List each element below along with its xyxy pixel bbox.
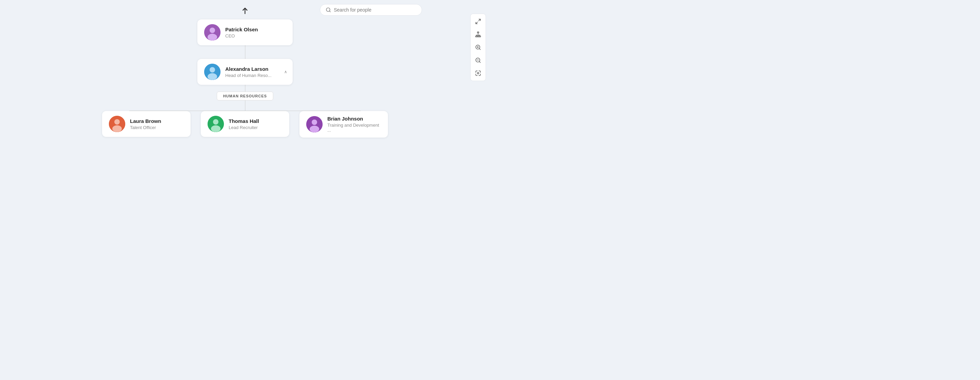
avatar-image-ceo bbox=[204, 24, 221, 40]
navigate-up-arrow[interactable] bbox=[242, 7, 248, 17]
person-name-ceo: Patrick Olsen bbox=[225, 27, 286, 32]
person-card-laura[interactable]: Laura Brown Talent Officer bbox=[102, 111, 191, 137]
svg-point-24 bbox=[208, 34, 217, 40]
connector-mid-to-dept bbox=[245, 85, 245, 92]
svg-point-35 bbox=[312, 120, 317, 125]
person-card-thomas[interactable]: Thomas Hall Lead Recruiter bbox=[201, 111, 289, 137]
svg-point-30 bbox=[112, 125, 122, 132]
child-col-thomas: Thomas Hall Lead Recruiter bbox=[201, 111, 289, 137]
avatar-mid bbox=[204, 64, 221, 80]
avatar-laura bbox=[109, 116, 125, 132]
person-role-brian: Training and Development ... bbox=[327, 123, 381, 133]
children-row: Laura Brown Talent Officer bbox=[102, 111, 388, 137]
svg-point-29 bbox=[115, 119, 120, 125]
person-name-laura: Laura Brown bbox=[130, 118, 184, 124]
person-info-laura: Laura Brown Talent Officer bbox=[130, 118, 184, 130]
avatar-brian bbox=[306, 116, 323, 133]
branch-area: Laura Brown Talent Officer bbox=[102, 101, 388, 137]
child-col-brian: Brian Johnson Training and Development .… bbox=[299, 111, 388, 137]
svg-point-32 bbox=[213, 119, 218, 125]
person-role-laura: Talent Officer bbox=[130, 125, 184, 130]
child-col-laura: Laura Brown Talent Officer bbox=[102, 111, 191, 137]
collapse-chevron-mid[interactable]: ∧ bbox=[284, 69, 287, 74]
avatar-image-thomas bbox=[208, 116, 224, 132]
org-chart: Patrick Olsen CEO Alexandra Larson Head … bbox=[0, 0, 490, 190]
person-role-ceo: CEO bbox=[225, 34, 286, 38]
person-card-mid[interactable]: Alexandra Larson Head of Human Reso... ∧ bbox=[197, 59, 293, 85]
person-role-thomas: Lead Recruiter bbox=[229, 125, 282, 130]
person-card-ceo[interactable]: Patrick Olsen CEO bbox=[197, 19, 293, 45]
person-name-mid: Alexandra Larson bbox=[225, 66, 286, 72]
svg-point-23 bbox=[210, 27, 215, 33]
avatar-image-laura bbox=[109, 116, 125, 132]
avatar-thomas bbox=[208, 116, 224, 132]
svg-point-33 bbox=[211, 125, 221, 132]
svg-point-36 bbox=[310, 126, 319, 133]
svg-point-27 bbox=[208, 73, 217, 80]
person-name-thomas: Thomas Hall bbox=[229, 118, 282, 124]
connector-dept-to-branch bbox=[245, 101, 245, 111]
person-info-ceo: Patrick Olsen CEO bbox=[225, 27, 286, 38]
person-role-mid: Head of Human Reso... bbox=[225, 73, 286, 78]
person-card-brian[interactable]: Brian Johnson Training and Development .… bbox=[299, 111, 388, 137]
svg-point-26 bbox=[210, 67, 215, 72]
avatar-image-brian bbox=[306, 116, 323, 133]
connector-ceo-to-mid bbox=[245, 45, 245, 59]
person-info-brian: Brian Johnson Training and Development .… bbox=[327, 116, 381, 133]
person-name-brian: Brian Johnson bbox=[327, 116, 381, 121]
avatar-ceo bbox=[204, 24, 221, 40]
avatar-image-mid bbox=[204, 64, 221, 80]
person-info-thomas: Thomas Hall Lead Recruiter bbox=[229, 118, 282, 130]
dept-badge: HUMAN RESOURCES bbox=[217, 92, 274, 101]
person-info-mid: Alexandra Larson Head of Human Reso... bbox=[225, 66, 286, 78]
